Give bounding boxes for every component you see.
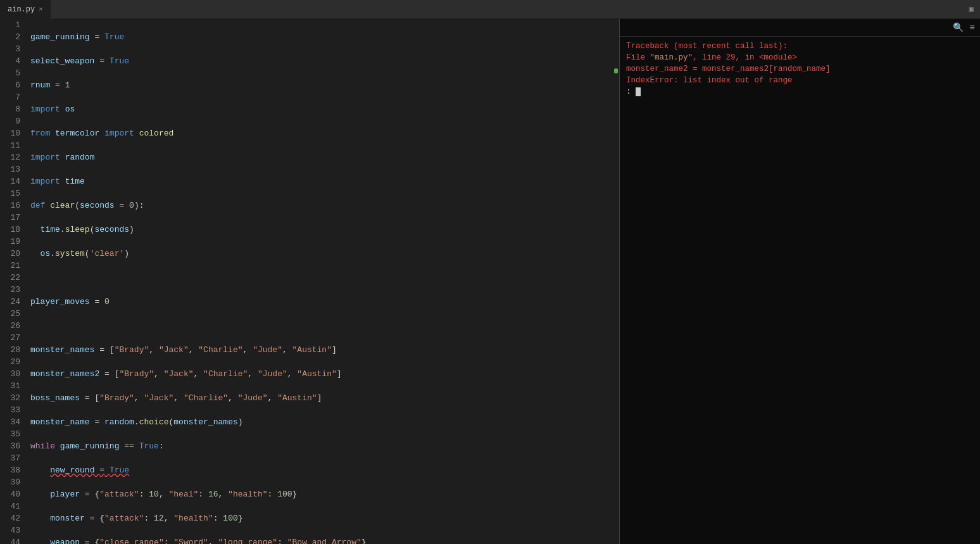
maximize-button[interactable]: ▣	[963, 4, 980, 14]
scroll-thumb	[614, 68, 618, 73]
terminal-error-line: IndexError: list index out of range	[626, 75, 974, 86]
code-editor[interactable]: 12345 678910 1112131415 1617181920 21222…	[0, 19, 619, 544]
terminal-traceback-line: Traceback (most recent call last):	[626, 41, 974, 52]
code-content[interactable]: game_running = True select_weapon = True…	[25, 19, 610, 544]
terminal-code-line: monster_name2 = monster_names2[random_na…	[626, 63, 974, 75]
tab-filename: ain.py	[8, 5, 35, 14]
tab-close-button[interactable]: ×	[39, 6, 43, 13]
search-icon[interactable]: 🔍	[953, 22, 964, 33]
main-layout: 12345 678910 1112131415 1617181920 21222…	[0, 19, 980, 544]
terminal-cursor	[636, 87, 641, 96]
terminal-content: Traceback (most recent call last): File …	[620, 37, 980, 544]
terminal-header: 🔍 ≡	[620, 19, 980, 37]
terminal-prompt-line[interactable]: :	[626, 86, 974, 98]
editor-scroll-indicator	[610, 19, 619, 544]
terminal-more-icon[interactable]: ≡	[970, 23, 975, 33]
terminal-file-line: File "main.py", line 29, in <module>	[626, 52, 974, 63]
tab-bar: ain.py × ▣	[0, 0, 980, 19]
terminal-panel: 🔍 ≡ Traceback (most recent call last): F…	[619, 19, 980, 544]
line-numbers: 12345 678910 1112131415 1617181920 21222…	[0, 19, 25, 544]
file-tab[interactable]: ain.py ×	[0, 0, 51, 19]
